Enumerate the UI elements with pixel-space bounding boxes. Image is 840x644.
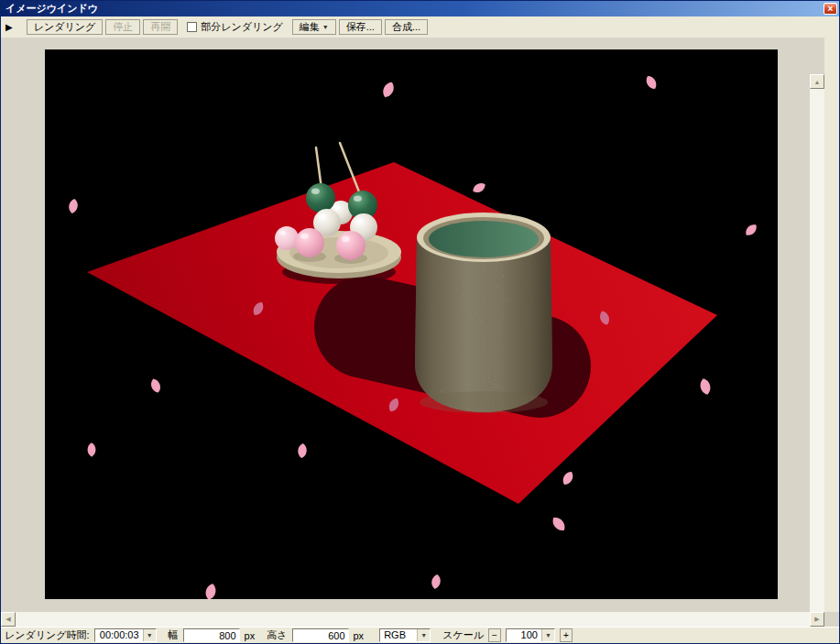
scroll-up-icon: ▲ (814, 79, 821, 85)
width-label: 幅 (169, 628, 179, 642)
height-label: 高さ (267, 628, 287, 642)
scale-label: スケール (442, 628, 484, 642)
render-time-combobox[interactable]: 00:00:03 ▼ (94, 628, 157, 642)
scene-svg (45, 49, 778, 599)
render-button[interactable]: レンダリング (27, 19, 104, 35)
height-input[interactable] (292, 628, 349, 642)
color-mode-value: RGB (380, 629, 417, 641)
vertical-scrollbar[interactable]: ▲ ▼ (810, 74, 824, 644)
stop-button-label: 停止 (113, 20, 133, 34)
rendered-image[interactable] (45, 49, 778, 599)
save-button-label: 保存... (346, 20, 375, 34)
render-button-label: レンダリング (34, 20, 96, 34)
zoom-dropdown-icon: ▼ (541, 629, 554, 641)
close-button[interactable]: × (824, 3, 837, 15)
edit-button[interactable]: 編集 ▼ (292, 19, 336, 35)
render-time-label: レンダリング時間: (5, 628, 90, 642)
zoom-in-button[interactable]: + (560, 628, 573, 642)
dango-ball-pink (295, 228, 324, 257)
width-input[interactable] (183, 628, 240, 642)
save-button[interactable]: 保存... (339, 19, 382, 35)
dango-highlight (300, 234, 309, 239)
scroll-up-button[interactable]: ▲ (810, 74, 824, 89)
composite-button[interactable]: 合成... (385, 19, 428, 35)
dango-highlight (354, 196, 362, 202)
partial-render-label: 部分レンダリング (201, 20, 283, 34)
dango-ball-green (306, 183, 335, 213)
dango-highlight (342, 236, 350, 242)
color-mode-dropdown-icon: ▼ (417, 629, 430, 641)
dango-highlight (279, 231, 286, 235)
partial-render-checkbox[interactable]: 部分レンダリング (187, 20, 283, 34)
image-window: イメージウインドウ × ▶ レンダリング 停止 再開 部分レンダリング 編集 ▼… (0, 0, 840, 644)
dango-ball-pink_pale (275, 226, 299, 250)
scrollbar-corner (824, 612, 839, 627)
dango-highlight (319, 213, 326, 219)
zoom-out-button[interactable]: − (488, 628, 501, 642)
height-unit: px (354, 630, 365, 641)
scroll-right-icon: ▶ (814, 616, 819, 623)
stop-button[interactable]: 停止 (105, 19, 140, 35)
scroll-left-icon: ◀ (5, 616, 10, 623)
checkbox-icon (187, 22, 197, 32)
zoom-value: 100 % (507, 629, 541, 641)
render-time-dropdown-icon: ▼ (143, 629, 156, 641)
close-icon: × (828, 4, 834, 14)
play-icon: ▶ (5, 22, 13, 32)
scroll-left-button[interactable]: ◀ (1, 612, 16, 627)
color-mode-combobox[interactable]: RGB ▼ (379, 628, 431, 642)
green-tea (429, 221, 539, 257)
zoom-combobox[interactable]: 100 % ▼ (506, 628, 555, 642)
edit-button-label: 編集 (300, 20, 320, 34)
dango-highlight (311, 189, 320, 194)
dango-ball-pink (336, 231, 365, 260)
dango-highlight (333, 205, 340, 210)
toolbar: ▶ レンダリング 停止 再開 部分レンダリング 編集 ▼ 保存... 合成... (1, 16, 839, 38)
composite-button-label: 合成... (392, 20, 420, 34)
scroll-right-button[interactable]: ▶ (810, 612, 824, 627)
width-unit: px (245, 630, 256, 641)
horizontal-scrollbar[interactable]: ◀ ▶ (1, 612, 824, 627)
canvas-area: ▲ ▼ (1, 38, 824, 612)
statusbar: レンダリング時間: 00:00:03 ▼ 幅 px 高さ px RGB ▼ スケ… (1, 627, 839, 643)
tea-cup (415, 213, 552, 413)
resume-button-label: 再開 (150, 20, 170, 34)
titlebar[interactable]: イメージウインドウ × (1, 1, 839, 16)
render-time-value: 00:00:03 (95, 629, 143, 641)
resume-button[interactable]: 再開 (143, 19, 178, 35)
dango-highlight (355, 218, 363, 224)
chevron-down-icon: ▼ (322, 24, 329, 30)
window-title: イメージウインドウ (5, 2, 824, 16)
